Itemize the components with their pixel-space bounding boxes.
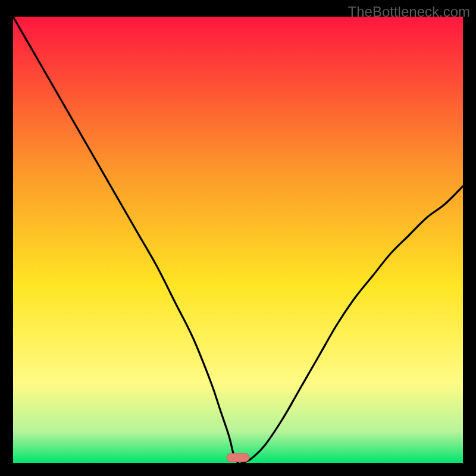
optimal-marker: [227, 453, 249, 462]
chart-svg: [13, 17, 463, 463]
bottleneck-chart: [13, 17, 463, 463]
gradient-background: [13, 17, 463, 463]
